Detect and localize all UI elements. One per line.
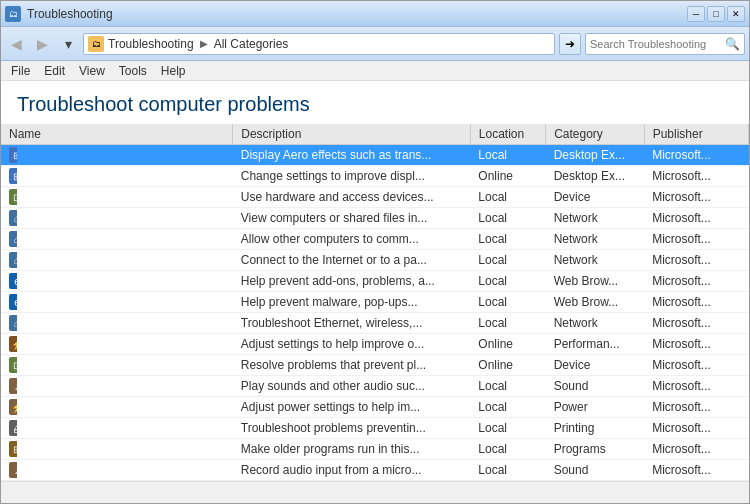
menu-help[interactable]: Help [155, 62, 192, 80]
cell-desc: Resolve problems that prevent pl... [233, 355, 471, 376]
col-header-pub[interactable]: Publisher [644, 124, 748, 145]
cell-publisher: Microsoft... [644, 208, 748, 229]
breadcrumb-current: All Categories [214, 37, 289, 51]
breadcrumb-root[interactable]: Troubleshooting [108, 37, 194, 51]
search-bar[interactable]: 🔍 [585, 33, 745, 55]
row-icon: e [9, 273, 17, 289]
menu-view[interactable]: View [73, 62, 111, 80]
cell-category: Web Brow... [546, 292, 645, 313]
cell-publisher: Microsoft... [644, 439, 748, 460]
cell-desc: Make older programs run in this... [233, 439, 471, 460]
row-icon: ⌂ [9, 231, 17, 247]
col-header-loc[interactable]: Location [470, 124, 545, 145]
maximize-button[interactable]: □ [707, 6, 725, 22]
cell-location: Local [470, 397, 545, 418]
page-title: Troubleshoot computer problems [1, 81, 749, 124]
cell-desc: Play sounds and other audio suc... [233, 376, 471, 397]
cell-location: Local [470, 439, 545, 460]
cell-desc: Display Aero effects such as trans... [233, 145, 471, 166]
cell-publisher: Microsoft... [644, 376, 748, 397]
cell-desc: Allow other computers to comm... [233, 229, 471, 250]
cell-name: ♪Recording Audio [1, 460, 17, 480]
cell-desc: Use hardware and access devices... [233, 187, 471, 208]
menu-bar: File Edit View Tools Help [1, 61, 749, 81]
table-row[interactable]: ⊡Playing and Burning CDs, DVDs, and Blu-… [1, 355, 749, 376]
close-button[interactable]: ✕ [727, 6, 745, 22]
dropdown-button[interactable]: ▾ [57, 33, 79, 55]
cell-location: Local [470, 208, 545, 229]
cell-publisher: Microsoft... [644, 355, 748, 376]
row-icon: ⌂ [9, 210, 17, 226]
title-bar: 🗂 Troubleshooting ─ □ ✕ [1, 1, 749, 27]
cell-publisher: Microsoft... [644, 418, 748, 439]
table-container[interactable]: Name Description Location Category Publi… [1, 124, 749, 481]
row-icon: ⚡ [9, 336, 17, 352]
window-icon: 🗂 [5, 6, 21, 22]
cell-location: Online [470, 355, 545, 376]
row-icon: ⊞ [9, 168, 17, 184]
address-icon: 🗂 [88, 36, 104, 52]
cell-category: Power [546, 397, 645, 418]
col-header-name[interactable]: Name [1, 124, 233, 145]
cell-location: Local [470, 460, 545, 481]
cell-category: Sound [546, 376, 645, 397]
row-icon: e [9, 294, 17, 310]
cell-name: ⌂HomeGroup [1, 208, 17, 228]
table-row[interactable]: ⌂Incoming ConnectionsAllow other compute… [1, 229, 749, 250]
cell-publisher: Microsoft... [644, 166, 748, 187]
table-row[interactable]: ⊞Program CompatibilityMake older program… [1, 439, 749, 460]
table-row[interactable]: eInternet Explorer SafetyHelp prevent ma… [1, 292, 749, 313]
row-icon: ♪ [9, 462, 17, 478]
cell-name: 🖨Printer [1, 418, 17, 438]
table-row[interactable]: ⚡PerformanceAdjust settings to help impr… [1, 334, 749, 355]
cell-name: ⌂Network Adapter [1, 313, 17, 333]
cell-name: ⊡Playing and Burning CDs, DVDs, and Blu-… [1, 355, 17, 375]
cell-desc: Troubleshoot Ethernet, wireless,... [233, 313, 471, 334]
table-row[interactable]: ♪Playing AudioPlay sounds and other audi… [1, 376, 749, 397]
menu-edit[interactable]: Edit [38, 62, 71, 80]
table-row[interactable]: ⌂Network AdapterTroubleshoot Ethernet, w… [1, 313, 749, 334]
cell-category: Network [546, 313, 645, 334]
menu-tools[interactable]: Tools [113, 62, 153, 80]
table-row[interactable]: ⊞Display QualityChange settings to impro… [1, 166, 749, 187]
cell-name: ⌂Internet Connections [1, 250, 17, 270]
col-header-desc[interactable]: Description [233, 124, 471, 145]
table-row[interactable]: ⊡Hardware and DevicesUse hardware and ac… [1, 187, 749, 208]
table-row[interactable]: ⊞AeroDisplay Aero effects such as trans.… [1, 145, 749, 166]
cell-publisher: Microsoft... [644, 229, 748, 250]
cell-name: eInternet Explorer Safety [1, 292, 17, 312]
troubleshoot-table: Name Description Location Category Publi… [1, 124, 749, 481]
cell-desc: Adjust power settings to help im... [233, 397, 471, 418]
table-row[interactable]: 🖨PrinterTroubleshoot problems preventin.… [1, 418, 749, 439]
cell-category: Device [546, 187, 645, 208]
cell-category: Network [546, 250, 645, 271]
col-header-cat[interactable]: Category [546, 124, 645, 145]
row-icon: ⊡ [9, 357, 17, 373]
forward-button[interactable]: ▶ [31, 33, 53, 55]
menu-file[interactable]: File [5, 62, 36, 80]
table-row[interactable]: ⌂Internet ConnectionsConnect to the Inte… [1, 250, 749, 271]
address-bar[interactable]: 🗂 Troubleshooting ▶ All Categories [83, 33, 555, 55]
row-icon: ⌂ [9, 315, 17, 331]
table-row[interactable]: eInternet Explorer PerformanceHelp preve… [1, 271, 749, 292]
back-button[interactable]: ◀ [5, 33, 27, 55]
cell-location: Local [470, 250, 545, 271]
table-row[interactable]: ⚡PowerAdjust power settings to help im..… [1, 397, 749, 418]
nav-bar: ◀ ▶ ▾ 🗂 Troubleshooting ▶ All Categories… [1, 27, 749, 61]
minimize-button[interactable]: ─ [687, 6, 705, 22]
table-row[interactable]: ⌂HomeGroupView computers or shared files… [1, 208, 749, 229]
cell-publisher: Microsoft... [644, 334, 748, 355]
cell-category: Network [546, 229, 645, 250]
cell-publisher: Microsoft... [644, 187, 748, 208]
page-content: Troubleshoot computer problems Name Desc… [1, 81, 749, 481]
row-icon: 🖨 [9, 420, 17, 436]
window: 🗂 Troubleshooting ─ □ ✕ ◀ ▶ ▾ 🗂 Troubles… [0, 0, 750, 504]
cell-location: Local [470, 292, 545, 313]
cell-name: ⚡Power [1, 397, 17, 417]
cell-category: Printing [546, 418, 645, 439]
cell-name: ⊡Hardware and Devices [1, 187, 17, 207]
search-input[interactable] [590, 38, 725, 50]
table-row[interactable]: ♪Recording AudioRecord audio input from … [1, 460, 749, 481]
go-button[interactable]: ➜ [559, 33, 581, 55]
cell-publisher: Microsoft... [644, 292, 748, 313]
